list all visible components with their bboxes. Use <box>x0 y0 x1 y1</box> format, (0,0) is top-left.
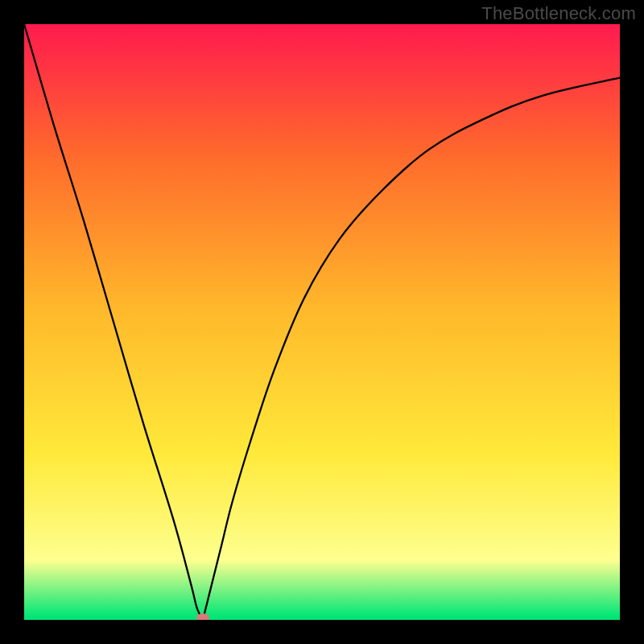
plot-area <box>24 24 620 620</box>
watermark-text: TheBottleneck.com <box>481 3 636 24</box>
chart-svg <box>24 24 620 620</box>
chart-frame: TheBottleneck.com <box>0 0 644 644</box>
